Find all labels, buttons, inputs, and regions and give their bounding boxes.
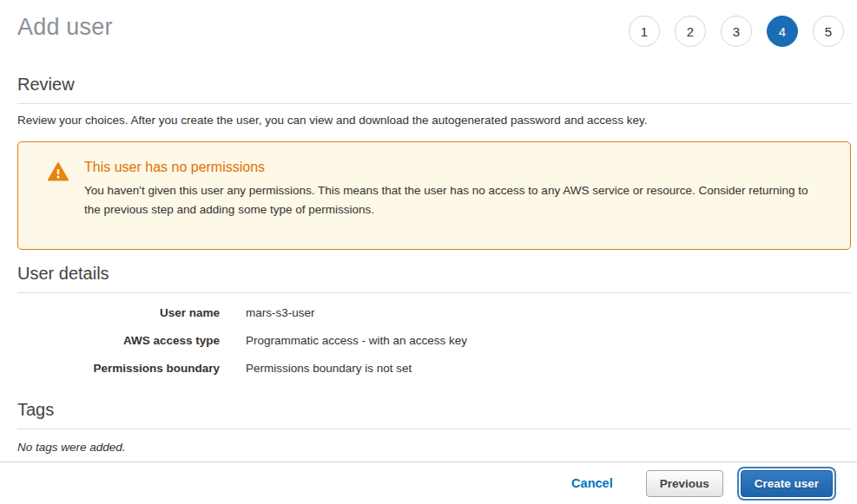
page-title: Add user — [17, 14, 113, 41]
tags-heading: Tags — [17, 400, 851, 429]
warning-text: This user has no permissions You haven't… — [84, 160, 819, 220]
warning-title: This user has no permissions — [84, 160, 819, 175]
detail-label: AWS access type — [17, 334, 220, 347]
detail-row-access-type: AWS access type Programmatic access - wi… — [17, 334, 851, 347]
warning-body: You haven't given this user any permissi… — [84, 181, 819, 220]
warning-banner: This user has no permissions You haven't… — [17, 141, 851, 250]
wizard-step-1[interactable]: 1 — [629, 16, 660, 47]
detail-label: User name — [17, 306, 220, 319]
footer-action-bar: Cancel Previous Create user — [0, 461, 857, 504]
create-user-button[interactable]: Create user — [741, 470, 833, 497]
previous-button[interactable]: Previous — [646, 470, 723, 497]
user-details-heading: User details — [17, 264, 851, 293]
review-heading: Review — [17, 75, 851, 104]
wizard-step-4-active[interactable]: 4 — [767, 16, 798, 47]
review-description: Review your choices. After you create th… — [17, 114, 851, 127]
wizard-step-indicator: 1 2 3 4 5 — [629, 16, 844, 47]
wizard-step-5[interactable]: 5 — [813, 16, 844, 47]
detail-row-permissions-boundary: Permissions boundary Permissions boundar… — [17, 362, 851, 375]
wizard-header: Add user 1 2 3 4 5 — [0, 0, 857, 61]
detail-value: Programmatic access - with an access key — [246, 334, 467, 347]
wizard-step-3[interactable]: 3 — [721, 16, 752, 47]
detail-row-user-name: User name mars-s3-user — [17, 306, 851, 319]
user-details-list: User name mars-s3-user AWS access type P… — [17, 306, 851, 375]
detail-label: Permissions boundary — [17, 362, 220, 375]
warning-triangle-icon — [48, 162, 69, 185]
tags-empty-note: No tags were added. — [17, 441, 851, 454]
detail-value: mars-s3-user — [246, 306, 315, 319]
review-page: Review Review your choices. After you cr… — [17, 75, 851, 454]
wizard-step-2[interactable]: 2 — [675, 16, 706, 47]
detail-value: Permissions boundary is not set — [246, 362, 412, 375]
cancel-link[interactable]: Cancel — [571, 476, 613, 490]
